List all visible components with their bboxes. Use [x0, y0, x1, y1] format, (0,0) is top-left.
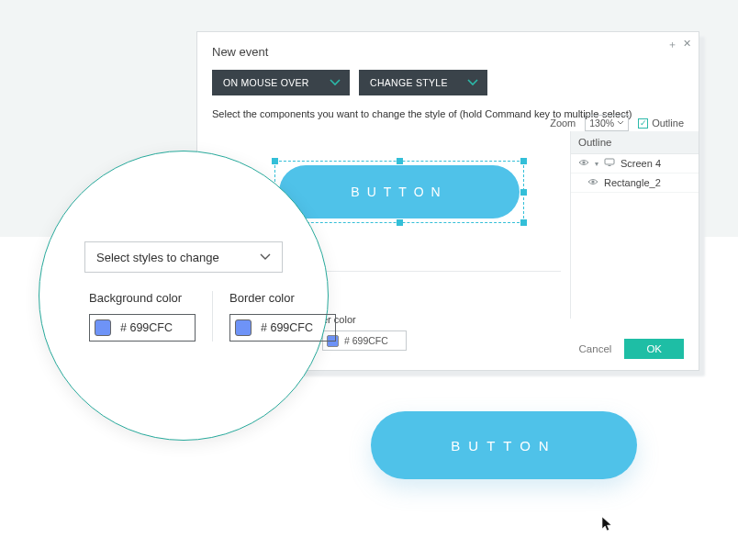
- border-color-value: # 699CFC: [261, 321, 313, 334]
- resize-handle[interactable]: [520, 189, 527, 196]
- border-color-label: Border color: [229, 291, 336, 305]
- chevron-down-icon: [330, 78, 341, 89]
- color-square-icon: [235, 319, 252, 336]
- background-color-swatch[interactable]: # 699CFC: [89, 314, 196, 342]
- layer-row[interactable]: Rectangle_2: [571, 174, 699, 193]
- close-icon[interactable]: ✕: [683, 38, 691, 51]
- border-color-value: # 699CFC: [344, 335, 388, 346]
- zoom-value-dropdown[interactable]: 130%: [585, 115, 629, 131]
- resize-handle[interactable]: [397, 158, 403, 164]
- outline-panel: Outline ▾ Screen 4 Rectangle_2: [570, 131, 699, 319]
- trigger-dropdown-label: ON MOUSE OVER: [223, 77, 309, 88]
- outline-toggle[interactable]: ✓ Outline: [638, 118, 684, 129]
- styles-dropdown-label: Select styles to change: [96, 251, 219, 264]
- zoom-lens: Select styles to change Background color…: [39, 151, 329, 441]
- layer-name: Screen 4: [621, 158, 661, 169]
- zoom-label: Zoom: [550, 118, 576, 129]
- layer-row[interactable]: ▾ Screen 4: [571, 154, 699, 174]
- resize-handle[interactable]: [397, 219, 403, 226]
- resize-handle[interactable]: [520, 219, 527, 226]
- action-dropdown-label: CHANGE STYLE: [370, 77, 448, 88]
- canvas-button-label: BUTTON: [351, 185, 447, 199]
- chevron-down-icon: [260, 252, 271, 262]
- visibility-icon[interactable]: [578, 158, 589, 169]
- dialog-title: New event: [212, 45, 684, 59]
- background-color-label: Background color: [89, 291, 196, 305]
- svg-point-0: [582, 161, 585, 163]
- ok-button[interactable]: OK: [624, 339, 684, 359]
- background-color-value: # 699CFC: [120, 321, 173, 334]
- border-color-swatch[interactable]: # 699CFC: [229, 314, 336, 342]
- preview-button[interactable]: BUTTON: [371, 411, 637, 479]
- svg-point-3: [591, 180, 594, 183]
- preview-button-label: BUTTON: [451, 438, 556, 454]
- expand-triangle-icon[interactable]: ▾: [595, 160, 598, 168]
- resize-handle[interactable]: [520, 158, 527, 164]
- outline-toggle-label: Outline: [652, 118, 684, 129]
- layer-name: Rectangle_2: [604, 177, 661, 188]
- zoom-value-text: 130%: [589, 116, 614, 130]
- expand-icon[interactable]: ＋: [667, 38, 677, 51]
- chevron-down-icon: [467, 78, 478, 89]
- svg-rect-2: [609, 165, 611, 166]
- trigger-dropdown[interactable]: ON MOUSE OVER: [212, 70, 350, 95]
- color-square-icon: [95, 319, 111, 336]
- svg-rect-1: [605, 159, 614, 164]
- canvas-button[interactable]: BUTTON: [279, 165, 520, 218]
- resize-handle[interactable]: [272, 158, 278, 164]
- selection-box[interactable]: BUTTON: [274, 161, 524, 223]
- styles-to-change-dropdown[interactable]: Select styles to change: [84, 241, 283, 273]
- visibility-icon[interactable]: [587, 177, 598, 188]
- cancel-button[interactable]: Cancel: [579, 343, 612, 354]
- action-dropdown[interactable]: CHANGE STYLE: [359, 70, 487, 95]
- outline-panel-header: Outline: [571, 131, 699, 154]
- cursor-icon: [601, 516, 614, 536]
- screen-icon: [604, 158, 615, 169]
- checkbox-checked-icon: ✓: [638, 118, 648, 129]
